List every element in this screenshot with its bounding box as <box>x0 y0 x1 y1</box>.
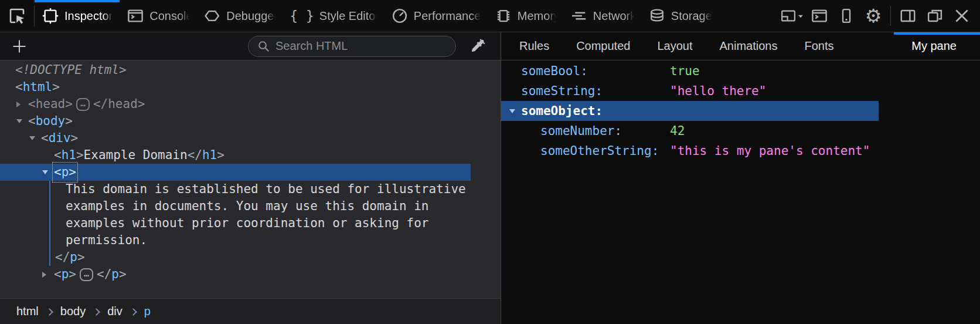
tab-memory[interactable]: Memory <box>488 0 563 32</box>
tree-node-h1[interactable]: <h1>Example Domain</h1> <box>0 147 471 164</box>
h1-text: Example Domain <box>84 147 188 164</box>
open-close-bracket: </ <box>55 250 70 264</box>
tab-storage[interactable]: Storage <box>641 0 719 32</box>
split-console-button[interactable] <box>807 4 832 28</box>
twisty-expanded-icon[interactable] <box>29 136 41 140</box>
p-text-line[interactable]: examples in documents. You may use this … <box>66 198 501 215</box>
tag-p-close: p <box>70 250 77 264</box>
search-html-box[interactable] <box>248 36 456 57</box>
tab-network-label: Network <box>593 9 634 23</box>
breadcrumb-item-p[interactable]: p <box>144 305 151 318</box>
tab-style-editor-label: Style Editor <box>319 9 377 23</box>
toolbox-controls: ⚙ <box>780 0 980 32</box>
sidebar-tab-layout-label: Layout <box>657 39 692 53</box>
pane-row-someString[interactable]: someString:"hello there" <box>501 81 980 101</box>
inline-ellipsis-badge[interactable]: … <box>80 268 93 281</box>
open-bracket: < <box>54 266 62 283</box>
tab-performance[interactable]: Performance <box>384 0 488 32</box>
tree-node-p2[interactable]: <p>…</p> <box>0 266 471 283</box>
p-text-line[interactable]: examples without prior coordination or a… <box>66 215 501 232</box>
twisty-expanded-icon[interactable] <box>42 170 54 174</box>
sidebar-tab-rules-label: Rules <box>519 39 549 53</box>
dock-separate-window-button[interactable] <box>923 4 947 28</box>
inspector-icon <box>42 7 59 25</box>
breadcrumb-item-body[interactable]: body <box>60 305 86 318</box>
close-bracket: > <box>119 266 127 283</box>
tree-node-head[interactable]: <head>…</head> <box>0 96 471 113</box>
network-icon <box>570 7 588 25</box>
breadcrumb-item-div[interactable]: div <box>107 305 122 318</box>
close-bracket: > <box>69 165 76 179</box>
tab-debugger[interactable]: Debugger <box>196 0 283 32</box>
settings-button[interactable]: ⚙ <box>861 4 886 28</box>
frames-dropdown-button[interactable] <box>780 4 805 28</box>
tree-node-p-selected[interactable]: <p> <box>0 164 471 181</box>
markup-tree: <!DOCTYPE html> <html> <head>…</head> <b… <box>0 60 501 298</box>
property-name: someOtherString: <box>540 144 670 158</box>
chevron-right-icon <box>46 308 53 316</box>
tab-inspector[interactable]: Inspector <box>35 0 120 32</box>
sidebar-tab-computed[interactable]: Computed <box>563 32 644 60</box>
open-bracket: < <box>28 96 36 113</box>
close-bracket: > <box>65 96 73 113</box>
tag-h1-close: h1 <box>202 147 217 164</box>
eyedropper-button[interactable] <box>464 35 491 58</box>
pick-element-button[interactable] <box>0 0 34 32</box>
twisty-expanded-icon[interactable] <box>16 119 28 123</box>
p-text-line[interactable]: permission. <box>66 232 501 249</box>
responsive-mode-button[interactable] <box>834 4 859 28</box>
selected-tag-token: <p> <box>54 164 76 181</box>
toolbar-separator <box>890 6 891 26</box>
debugger-icon <box>203 7 221 25</box>
pane-row-someObject-selected[interactable]: someObject: <box>501 101 879 121</box>
twisty-expanded-icon[interactable] <box>509 109 521 113</box>
breadcrumb: html body div p <box>0 298 501 324</box>
sidebar-tab-animations[interactable]: Animations <box>706 32 791 60</box>
inspector-toolbar-row: Rules Computed Layout Animations Fonts M… <box>0 32 980 60</box>
tree-node-html[interactable]: <html> <box>0 79 471 96</box>
tree-node-div[interactable]: <div> <box>0 130 471 147</box>
add-node-button[interactable] <box>9 36 29 56</box>
search-html-input[interactable] <box>275 39 447 53</box>
tree-node-p-closing[interactable]: </p> <box>55 249 501 266</box>
tab-network[interactable]: Network <box>563 0 641 32</box>
inline-ellipsis-badge[interactable]: … <box>76 98 90 111</box>
storage-icon <box>648 7 666 25</box>
p-text-line[interactable]: This domain is established to be used fo… <box>66 181 501 198</box>
property-value: "this is my pane's content" <box>670 144 870 158</box>
tab-console-label: Console <box>149 9 189 23</box>
tab-memory-label: Memory <box>518 9 556 23</box>
close-devtools-button[interactable] <box>950 4 974 28</box>
tree-node-doctype[interactable]: <!DOCTYPE html> <box>0 62 471 79</box>
close-bracket: > <box>65 113 73 130</box>
tab-performance-label: Performance <box>414 9 481 23</box>
pane-row-someNumber[interactable]: someNumber:42 <box>501 121 980 141</box>
open-bracket: < <box>15 79 23 96</box>
pane-row-someBool[interactable]: someBool:true <box>501 61 980 81</box>
close-bracket: > <box>76 147 84 164</box>
close-icon <box>952 6 971 25</box>
twisty-collapsed-icon[interactable] <box>16 102 28 107</box>
twisty-collapsed-icon[interactable] <box>42 272 54 278</box>
open-bracket: < <box>41 130 49 147</box>
tab-style-editor[interactable]: { } Style Editor <box>283 0 384 32</box>
dock-to-side-button[interactable] <box>896 4 920 28</box>
tab-storage-label: Storage <box>671 9 712 23</box>
open-close-bracket: </ <box>188 147 202 164</box>
sidebar-tab-fonts[interactable]: Fonts <box>791 32 847 60</box>
separate-window-icon <box>926 7 944 25</box>
pane-row-someOtherString[interactable]: someOtherString:"this is my pane's conte… <box>501 141 980 161</box>
sidebar-tab-my-pane[interactable]: My pane <box>894 32 980 60</box>
frames-icon <box>780 7 797 25</box>
tag-head-close: head <box>108 96 138 113</box>
tab-inspector-label: Inspector <box>64 9 113 23</box>
chevron-down-icon <box>797 12 805 21</box>
sidebar-tab-layout[interactable]: Layout <box>644 32 706 60</box>
responsive-phone-icon <box>838 7 855 25</box>
split-console-icon <box>811 7 828 25</box>
breadcrumb-item-html[interactable]: html <box>16 305 39 318</box>
tree-node-body[interactable]: <body> <box>0 113 471 130</box>
tab-console[interactable]: Console <box>120 0 196 32</box>
plus-icon <box>11 38 28 55</box>
sidebar-tab-rules[interactable]: Rules <box>506 32 563 60</box>
